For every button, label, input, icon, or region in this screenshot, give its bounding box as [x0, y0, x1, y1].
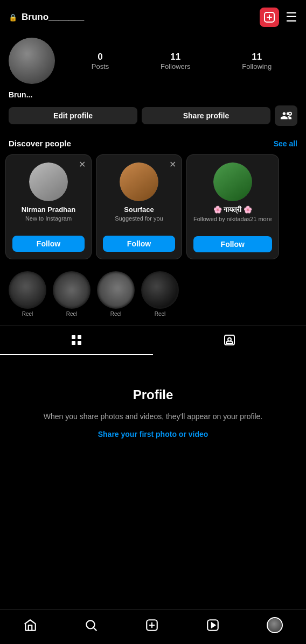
- dismiss-card-2[interactable]: ✕: [169, 159, 176, 169]
- person-avatar-3: [213, 162, 252, 201]
- menu-button[interactable]: ☰: [286, 10, 297, 25]
- see-all-button[interactable]: See all: [274, 139, 297, 148]
- story-item-3[interactable]: Reel: [97, 271, 135, 317]
- lock-icon: 🔒: [9, 13, 17, 22]
- person-sub-1: New to Instagram: [25, 215, 72, 230]
- svg-rect-8: [72, 341, 75, 345]
- empty-profile-section: Profile When you share photos and videos…: [0, 355, 306, 460]
- person-card-1: ✕ Nirman Pradhan New to Instagram Follow: [5, 154, 92, 259]
- search-nav-button[interactable]: [79, 616, 103, 634]
- following-count: 11: [252, 52, 262, 62]
- person-card-3: 🌸 गायत्री 🌸 Followed by nikitadas21 more…: [186, 154, 279, 259]
- followers-count: 11: [170, 52, 180, 62]
- empty-profile-title: Profile: [133, 387, 173, 402]
- person-sub-3: Followed by nikitadas21 more: [193, 216, 272, 231]
- followers-label: Followers: [161, 62, 191, 70]
- profile-nav-button[interactable]: [261, 615, 288, 635]
- story-item-2[interactable]: Reel: [53, 271, 91, 317]
- story-label-2: Reel: [66, 311, 78, 317]
- reels-nav-button[interactable]: [200, 616, 225, 634]
- follow-button-1[interactable]: Follow: [12, 236, 85, 252]
- profile-name: Brun...: [0, 88, 306, 105]
- top-nav-icons: ☰: [260, 8, 297, 27]
- stories-row: Reel Reel Reel Reel: [0, 266, 306, 321]
- story-label-3: Reel: [110, 311, 122, 317]
- tagged-tab[interactable]: [153, 326, 306, 355]
- people-cards-container: ✕ Nirman Pradhan New to Instagram Follow…: [0, 154, 306, 266]
- svg-rect-9: [78, 341, 81, 345]
- create-nav-button[interactable]: [140, 616, 164, 634]
- story-circle-3: [97, 271, 135, 309]
- posts-stat: 0 Posts: [92, 52, 109, 70]
- posts-label: Posts: [92, 62, 109, 70]
- tabs-row: [0, 325, 306, 355]
- story-item-4[interactable]: Reel: [141, 271, 179, 317]
- username-text: Bruno_______: [22, 12, 84, 23]
- svg-marker-18: [212, 623, 215, 628]
- avatar: [9, 38, 55, 84]
- bottom-nav: [0, 609, 306, 644]
- following-label: Following: [242, 62, 272, 70]
- share-profile-button[interactable]: Share profile: [142, 107, 270, 124]
- edit-profile-button[interactable]: Edit profile: [9, 107, 137, 124]
- follow-button-2[interactable]: Follow: [103, 236, 175, 252]
- add-post-button[interactable]: [260, 8, 279, 27]
- empty-profile-desc: When you share photos and videos, they'l…: [44, 411, 263, 422]
- person-name-2: Sourface: [124, 206, 154, 214]
- profile-nav-avatar: [267, 617, 283, 633]
- share-first-photo-link[interactable]: Share your first photo or video: [98, 430, 208, 438]
- story-item-1[interactable]: Reel: [9, 271, 46, 317]
- story-circle-1: [9, 271, 46, 309]
- dismiss-card-1[interactable]: ✕: [79, 159, 86, 169]
- add-person-button[interactable]: [275, 105, 297, 126]
- story-label-1: Reel: [22, 311, 33, 317]
- person-name-3: 🌸 गायत्री 🌸: [213, 206, 252, 214]
- profile-header: 0 Posts 11 Followers 11 Following: [0, 32, 306, 88]
- person-name-1: Nirman Pradhan: [22, 206, 75, 214]
- svg-rect-6: [72, 335, 75, 339]
- home-nav-button[interactable]: [18, 616, 43, 634]
- svg-line-13: [94, 628, 96, 631]
- action-buttons: Edit profile Share profile: [0, 105, 306, 135]
- following-stat: 11 Following: [242, 52, 272, 70]
- profile-stats: 0 Posts 11 Followers 11 Following: [66, 52, 297, 70]
- top-nav: 🔒 Bruno_______ ☰: [0, 0, 306, 32]
- person-sub-2: Suggested for you: [115, 215, 163, 230]
- person-card-2: ✕ Sourface Suggested for you Follow: [96, 154, 182, 259]
- posts-count: 0: [98, 52, 102, 62]
- svg-rect-7: [78, 335, 81, 339]
- person-avatar-1: [29, 162, 68, 201]
- discover-header: Discover people See all: [0, 135, 306, 154]
- discover-title: Discover people: [9, 139, 71, 148]
- story-circle-4: [141, 271, 179, 309]
- grid-tab[interactable]: [0, 326, 153, 355]
- follow-button-3[interactable]: Follow: [193, 236, 272, 252]
- followers-stat: 11 Followers: [161, 52, 191, 70]
- story-label-4: Reel: [155, 311, 166, 317]
- story-circle-2: [53, 271, 91, 309]
- person-avatar-2: [120, 162, 158, 201]
- username-display: 🔒 Bruno_______: [9, 12, 84, 23]
